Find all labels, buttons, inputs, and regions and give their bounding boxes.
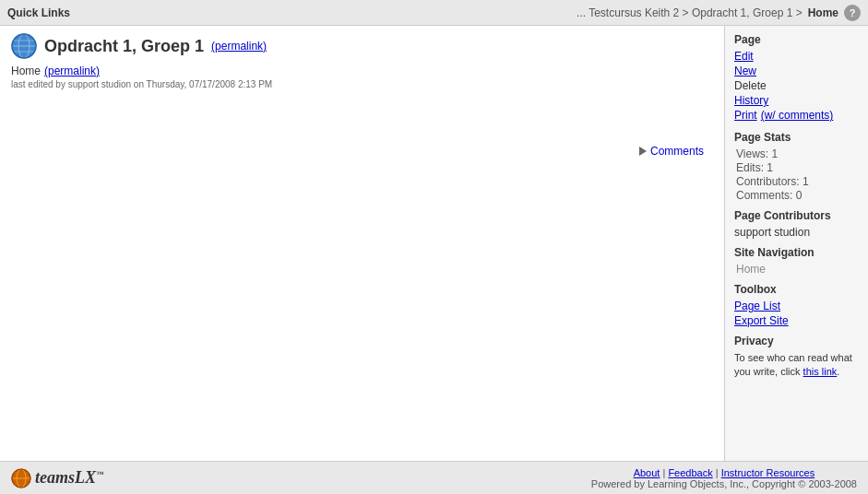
home-label: Home — [11, 65, 41, 77]
page-title-row: Opdracht 1, Groep 1 (permalink) — [11, 33, 713, 59]
breadcrumb-prefix: ... Testcursus Keith 2 > Opdracht 1, Gro… — [577, 6, 803, 19]
comments-area: Comments — [11, 145, 713, 158]
sidebar-print-link[interactable]: Print — [734, 109, 757, 122]
sidebar-contributors: Contributors: 1 — [736, 175, 859, 188]
sidebar-nav-home: Home — [736, 263, 859, 276]
sidebar-privacy-title: Privacy — [734, 335, 859, 347]
footer-feedback-link[interactable]: Feedback — [668, 467, 712, 478]
sidebar-edit-link[interactable]: Edit — [734, 50, 859, 63]
sidebar-contributor-name: support studion — [734, 226, 859, 239]
quick-links[interactable]: Quick Links — [7, 6, 70, 19]
main-layout: Opdracht 1, Groep 1 (permalink) Home (pe… — [0, 26, 868, 461]
home-row: Home (permalink) — [11, 65, 713, 77]
sidebar: Page Edit New Delete History Print (w/ c… — [725, 26, 868, 461]
footer: teamsLX™ About | Feedback | Instructor R… — [0, 461, 868, 494]
content-area: Opdracht 1, Groep 1 (permalink) Home (pe… — [0, 26, 725, 461]
footer-logo-tm: ™ — [96, 470, 103, 478]
privacy-this-link[interactable]: this link — [803, 366, 838, 377]
sidebar-delete-label: Delete — [734, 79, 859, 92]
breadcrumb-area: ... Testcursus Keith 2 > Opdracht 1, Gro… — [577, 5, 861, 21]
sidebar-stats-title: Page Stats — [734, 131, 859, 144]
top-bar: Quick Links ... Testcursus Keith 2 > Opd… — [0, 0, 868, 26]
footer-logo: teamsLX™ — [11, 468, 103, 488]
page-title-permalink[interactable]: (permalink) — [211, 40, 267, 53]
footer-links: About | Feedback | Instructor Resources … — [591, 467, 857, 489]
page-title: Opdracht 1, Groep 1 — [44, 37, 204, 56]
sidebar-page-title: Page — [734, 33, 859, 46]
sidebar-page-list-link[interactable]: Page List — [734, 300, 859, 312]
footer-powered-by: Powered by Learning Objects, Inc., Copyr… — [591, 478, 857, 489]
sidebar-comments: Comments: 0 — [736, 189, 859, 202]
footer-instructor-resources-link[interactable]: Instructor Resources — [721, 467, 814, 478]
sidebar-views: Views: 1 — [736, 147, 859, 160]
privacy-period: . — [837, 366, 839, 377]
sidebar-nav-title: Site Navigation — [734, 246, 859, 259]
footer-globe-icon — [11, 468, 31, 488]
sidebar-toolbox-title: Toolbox — [734, 283, 859, 296]
sidebar-edits: Edits: 1 — [736, 161, 859, 174]
footer-logo-text: teamsLX™ — [35, 468, 103, 488]
sidebar-new-link[interactable]: New — [734, 65, 859, 77]
globe-icon — [11, 33, 37, 59]
sidebar-print-row: Print (w/ comments) — [734, 109, 859, 124]
breadcrumb-current: Home — [808, 6, 838, 19]
sidebar-print-comments-link[interactable]: (w/ comments) — [761, 109, 834, 122]
comments-label: Comments — [650, 145, 704, 158]
sidebar-history-link[interactable]: History — [734, 94, 859, 107]
help-icon[interactable]: ? — [844, 5, 861, 21]
comments-link[interactable]: Comments — [639, 145, 704, 158]
sidebar-contributors-title: Page Contributors — [734, 209, 859, 222]
sidebar-privacy-text: To see who can read what you write, clic… — [734, 351, 859, 380]
last-edited: last edited by support studion on Thursd… — [11, 79, 713, 89]
comments-arrow-icon — [639, 147, 647, 156]
home-permalink[interactable]: (permalink) — [44, 65, 100, 77]
sidebar-export-site-link[interactable]: Export Site — [734, 314, 859, 327]
footer-about-link[interactable]: About — [634, 467, 660, 478]
